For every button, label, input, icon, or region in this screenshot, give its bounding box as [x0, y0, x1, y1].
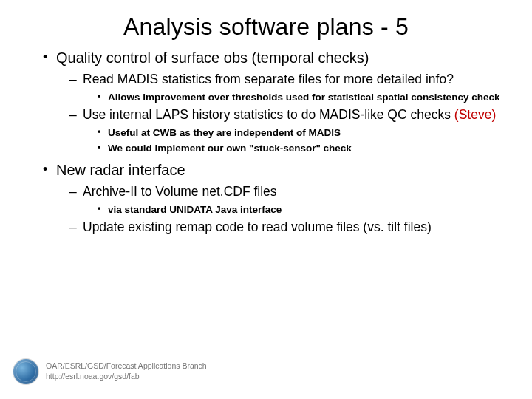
bullet-item: Useful at CWB as they are independent of…: [98, 126, 502, 140]
footer-line: http://esrl.noaa.gov/gsd/fab: [46, 372, 207, 382]
footer: OAR/ESRL/GSD/Forecast Applications Branc…: [13, 359, 207, 384]
bullet-text: via standard UNIDATA Java interface: [108, 204, 282, 215]
bullet-sublist: via standard UNIDATA Java interface: [83, 202, 502, 217]
bullet-text: Read MADIS statistics from separate file…: [83, 72, 454, 86]
slide-content: Quality control of surface obs (temporal…: [0, 48, 532, 236]
bullet-item: Allows improvement over thresholds used …: [98, 90, 502, 105]
bullet-item: Quality control of surface obs (temporal…: [43, 48, 502, 156]
owner-tag: (Steve): [454, 107, 496, 122]
noaa-logo-icon: [13, 359, 38, 384]
bullet-text: Use internal LAPS history statistics to …: [83, 107, 454, 122]
bullet-sublist: Read MADIS statistics from separate file…: [56, 71, 502, 156]
slide-title: Analysis software plans - 5: [0, 0, 532, 48]
bullet-item: We could implement our own "stuck-sensor…: [98, 141, 502, 156]
bullet-item: Read MADIS statistics from separate file…: [69, 71, 502, 104]
bullet-sublist: Allows improvement over thresholds used …: [83, 90, 502, 105]
bullet-text: New radar interface: [56, 162, 185, 178]
bullet-text: Useful at CWB as they are independent of…: [108, 127, 341, 138]
bullet-text: Archive-II to Volume net.CDF files: [83, 184, 277, 199]
bullet-item: New radar interface Archive-II to Volume…: [43, 160, 502, 236]
bullet-text: Allows improvement over thresholds used …: [108, 92, 499, 103]
bullet-item: via standard UNIDATA Java interface: [98, 202, 502, 217]
bullet-item: Use internal LAPS history statistics to …: [69, 106, 502, 156]
bullet-list: Quality control of surface obs (temporal…: [43, 48, 502, 236]
bullet-item: Update existing remap code to read volum…: [69, 219, 502, 236]
bullet-sublist: Archive-II to Volume net.CDF files via s…: [56, 183, 502, 236]
bullet-text: Quality control of surface obs (temporal…: [56, 50, 369, 66]
footer-text: OAR/ESRL/GSD/Forecast Applications Branc…: [46, 361, 207, 381]
bullet-text: Update existing remap code to read volum…: [83, 219, 432, 234]
footer-line: OAR/ESRL/GSD/Forecast Applications Branc…: [46, 361, 207, 372]
bullet-sublist: Useful at CWB as they are independent of…: [83, 126, 502, 156]
slide: Analysis software plans - 5 Quality cont…: [0, 0, 532, 399]
bullet-text: We could implement our own "stuck-sensor…: [108, 143, 352, 154]
bullet-item: Archive-II to Volume net.CDF files via s…: [69, 183, 502, 216]
